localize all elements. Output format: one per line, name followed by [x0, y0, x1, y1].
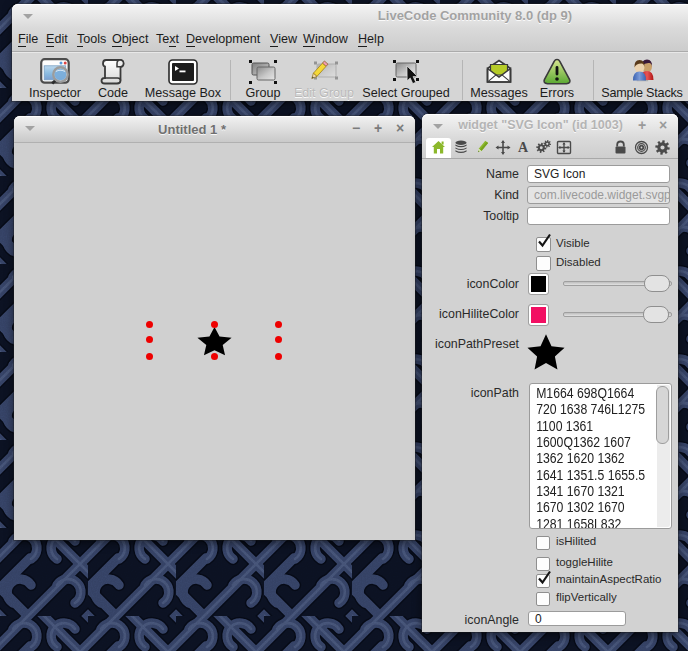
svg-text:A: A — [518, 140, 529, 155]
